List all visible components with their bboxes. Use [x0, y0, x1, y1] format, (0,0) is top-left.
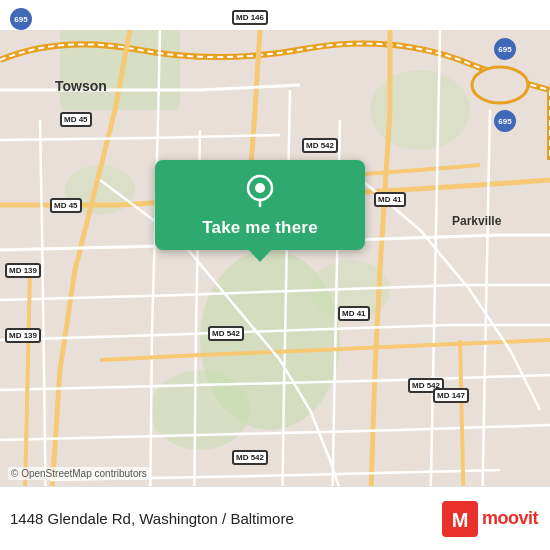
road-badge-md542-4: MD 542 — [232, 450, 268, 465]
road-badge-i695-2: 695 — [494, 38, 516, 60]
road-badge-md45-2: MD 45 — [50, 198, 82, 213]
copyright-text: © OpenStreetMap contributors — [8, 467, 150, 480]
svg-text:M: M — [452, 509, 469, 531]
road-badge-md542-1: MD 542 — [302, 138, 338, 153]
moovit-logo: M moovit — [442, 501, 538, 537]
bottom-bar: 1448 Glendale Rd, Washington / Baltimore… — [0, 486, 550, 550]
road-badge-md139-1: MD 139 — [5, 263, 41, 278]
road-badge-md147: MD 147 — [433, 388, 469, 403]
map-container: Towson Parkville 695 695 695 MD 146 MD 4… — [0, 0, 550, 550]
road-badge-i695-3: 695 — [494, 110, 516, 132]
road-badge-md45-1: MD 45 — [60, 112, 92, 127]
svg-point-5 — [370, 70, 470, 150]
road-badge-md542-2: MD 542 — [208, 326, 244, 341]
location-pin-icon — [242, 174, 278, 210]
road-badge-md41-1: MD 41 — [374, 192, 406, 207]
moovit-label-text: moovit — [482, 508, 538, 529]
svg-point-9 — [255, 183, 265, 193]
svg-point-7 — [472, 67, 528, 103]
take-me-there-label: Take me there — [202, 218, 318, 238]
take-me-there-card[interactable]: Take me there — [155, 160, 365, 250]
road-badge-md41-2: MD 41 — [338, 306, 370, 321]
road-badge-md146: MD 146 — [232, 10, 268, 25]
address-text: 1448 Glendale Rd, Washington / Baltimore — [10, 510, 294, 527]
moovit-icon: M — [442, 501, 478, 537]
road-badge-i695-1: 695 — [10, 8, 32, 30]
svg-point-2 — [150, 370, 250, 450]
road-badge-md139-2: MD 139 — [5, 328, 41, 343]
